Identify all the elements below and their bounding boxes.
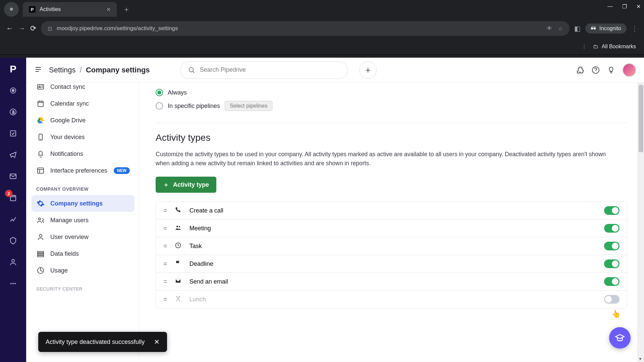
select-pipelines-button[interactable]: Select pipelines [225, 101, 272, 111]
activity-type-row[interactable]: = Task [156, 237, 627, 255]
sidebar-item-calendar-sync[interactable]: Calendar sync [32, 95, 135, 112]
sidebar-item-google-drive[interactable]: Google Drive [32, 112, 135, 129]
activity-type-label: Task [190, 243, 202, 250]
drag-handle-icon[interactable]: = [163, 225, 167, 232]
sidebar-item-manage-users[interactable]: Manage users [32, 212, 135, 229]
activity-type-row[interactable]: = Meeting [156, 220, 627, 237]
sidebar-item-contact-sync[interactable]: Contact sync [32, 82, 135, 95]
activity-type-row[interactable]: = Create a call [156, 202, 627, 220]
usage-icon [36, 266, 45, 275]
drag-handle-icon[interactable]: = [163, 278, 167, 286]
incognito-indicator[interactable]: 🕶 Incognito [585, 23, 627, 34]
activity-toggle[interactable] [604, 295, 620, 304]
app-root: P 2 Settings / Company settings [0, 58, 644, 362]
sidebar-item-data-fields[interactable]: Data fields [32, 245, 135, 262]
all-bookmarks-button[interactable]: All Bookmarks [602, 44, 636, 50]
sidebar-item-label: Interface preferences [50, 167, 107, 174]
radio-specific-pipelines[interactable]: In specific pipelines Select pipelines [156, 99, 627, 113]
browser-tab[interactable]: P Activities ✕ [23, 2, 117, 17]
rail-item-contacts[interactable] [6, 255, 20, 269]
quick-add-button[interactable]: ＋ [359, 61, 377, 79]
activity-toggle[interactable] [604, 224, 620, 233]
minimize-icon[interactable]: ― [607, 3, 613, 10]
svg-rect-19 [38, 251, 44, 253]
radio-label: In specific pipelines [168, 103, 220, 110]
bookmark-star-icon[interactable]: ☆ [558, 25, 563, 32]
sidebar-item-notifications[interactable]: Notifications [32, 145, 135, 162]
side-panel-icon[interactable]: ◧ [574, 24, 581, 33]
add-activity-type-button[interactable]: ＋ Activity type [156, 177, 216, 193]
drag-handle-icon[interactable]: = [163, 242, 167, 250]
google-drive-icon [36, 116, 45, 125]
activity-toggle[interactable] [604, 206, 620, 215]
activity-type-row[interactable]: = Lunch [156, 291, 627, 308]
breadcrumb: Settings / Company settings [49, 66, 150, 74]
sidebar-item-interface-preferences[interactable]: Interface preferences NEW [32, 162, 135, 179]
sidebar-item-company-settings[interactable]: Company settings [32, 195, 135, 212]
sidebar-toggle-button[interactable] [34, 65, 42, 75]
user-icon [36, 233, 45, 241]
sidebar-item-label: Usage [50, 267, 68, 274]
close-window-icon[interactable]: ✕ [636, 3, 641, 10]
drag-handle-icon[interactable]: = [163, 207, 167, 215]
tracking-protection-icon[interactable]: 👁 [547, 25, 552, 32]
incognito-icon: 🕶 [591, 25, 596, 32]
activity-toggle[interactable] [604, 277, 620, 286]
app-logo[interactable]: P [6, 62, 20, 76]
scrollbar-thumb[interactable] [639, 85, 643, 152]
activity-type-row[interactable]: = Send an email [156, 273, 627, 291]
sidebar-item-user-overview[interactable]: User overview [32, 229, 135, 245]
section-description: Customize the activity types to be used … [156, 150, 612, 168]
rail-item-projects[interactable] [6, 127, 20, 140]
drag-handle-icon[interactable]: = [163, 296, 167, 303]
rail-item-leads[interactable] [6, 84, 20, 97]
activity-toggle[interactable] [604, 259, 620, 268]
help-icon[interactable] [592, 66, 600, 74]
help-fab[interactable] [609, 327, 631, 349]
settings-sidebar[interactable]: Contact sync Calendar sync Google Drive … [26, 82, 139, 362]
search-input[interactable]: Search Pipedrive [180, 61, 348, 79]
bell-icon [36, 149, 45, 158]
site-info-icon[interactable]: ⊡ [48, 25, 52, 32]
radio-always[interactable]: Always [156, 86, 627, 99]
forward-button[interactable]: → [18, 24, 25, 33]
drag-handle-icon[interactable]: = [163, 260, 167, 268]
rail-item-mail[interactable] [6, 170, 20, 183]
back-button[interactable]: ← [6, 24, 13, 33]
tab-close-icon[interactable]: ✕ [106, 6, 111, 13]
user-avatar[interactable] [623, 63, 636, 77]
reload-button[interactable]: ⟳ [30, 24, 36, 33]
scroll-down-icon[interactable]: ▼ [638, 357, 642, 361]
content-area: Settings / Company settings Search Piped… [26, 58, 644, 362]
rail-item-activities[interactable]: 2 [6, 191, 20, 204]
nav-rail: P 2 [0, 58, 26, 362]
rail-item-insights[interactable] [6, 213, 20, 226]
rail-item-more[interactable] [6, 277, 20, 290]
new-tab-button[interactable]: ＋ [123, 4, 130, 14]
sidebar-item-label: Contact sync [50, 83, 85, 90]
activity-type-row[interactable]: = Deadline [156, 255, 627, 273]
activity-toggle[interactable] [604, 242, 620, 250]
search-icon [188, 66, 195, 74]
sidebar-item-your-devices[interactable]: Your devices [32, 129, 135, 145]
rail-item-products[interactable] [6, 234, 20, 247]
vertical-scrollbar[interactable]: ▲ ▼ [637, 82, 644, 362]
extensions-icon[interactable] [576, 66, 584, 74]
activity-type-label: Send an email [190, 278, 228, 285]
sidebar-item-usage[interactable]: Usage [32, 262, 135, 279]
radio-icon [156, 89, 163, 96]
ideas-icon[interactable] [607, 66, 615, 74]
toast-close-icon[interactable]: ✕ [154, 338, 160, 346]
svg-point-17 [39, 218, 41, 220]
data-fields-icon [36, 249, 45, 258]
rail-item-deals[interactable] [6, 105, 20, 119]
browser-menu-icon[interactable]: ⋮ [631, 24, 638, 33]
url-input[interactable]: ⊡ moodjoy.pipedrive.com/settings/activit… [41, 21, 570, 36]
main-panel: Always In specific pipelines Select pipe… [139, 82, 644, 362]
rail-item-campaigns[interactable] [6, 148, 20, 162]
breadcrumb-root[interactable]: Settings [49, 66, 76, 74]
svg-rect-21 [38, 255, 44, 257]
search-tabs-button[interactable] [4, 2, 19, 17]
svg-point-10 [189, 67, 193, 72]
maximize-icon[interactable]: ❐ [622, 3, 627, 10]
